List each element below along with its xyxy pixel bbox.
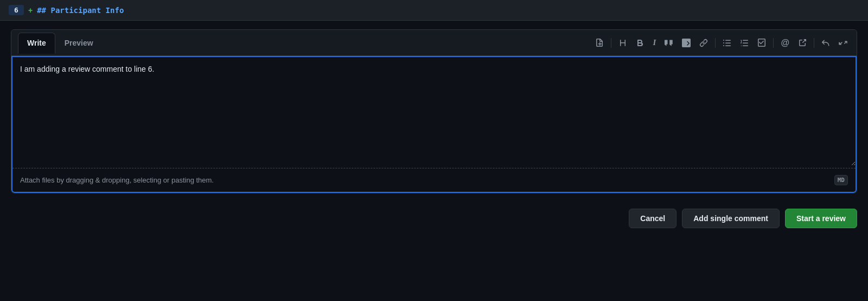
diff-plus-symbol: + xyxy=(28,6,33,15)
editor-toolbar: I xyxy=(592,36,850,49)
cancel-button[interactable]: Cancel xyxy=(629,209,676,228)
comment-box: Write Preview xyxy=(11,29,857,193)
reference-button[interactable] xyxy=(795,36,809,49)
italic-button[interactable]: I xyxy=(650,36,659,49)
toolbar-divider-1 xyxy=(611,38,611,48)
mention-button[interactable]: @ xyxy=(778,36,792,49)
code-button[interactable] xyxy=(679,36,693,49)
toolbar-divider-3 xyxy=(773,38,774,48)
fullscreen-button[interactable] xyxy=(836,36,850,49)
insert-file-button[interactable] xyxy=(592,36,607,49)
tab-toolbar-bar: Write Preview xyxy=(11,30,857,56)
add-single-comment-button[interactable]: Add single comment xyxy=(682,209,780,228)
diff-heading-text: ## Participant Info xyxy=(37,6,124,15)
editor-area: I am adding a review comment to line 6. … xyxy=(11,56,857,193)
ordered-list-button[interactable] xyxy=(737,36,751,49)
toolbar-divider-2 xyxy=(715,38,716,48)
tab-preview[interactable]: Preview xyxy=(55,33,103,53)
unordered-list-button[interactable] xyxy=(720,36,734,49)
blockquote-button[interactable] xyxy=(662,36,676,49)
markdown-badge: MD xyxy=(834,175,848,185)
editor-container: I am adding a review comment to line 6. xyxy=(12,57,856,168)
comment-textarea[interactable]: I am adding a review comment to line 6. xyxy=(12,57,856,166)
dropzone-label: Attach files by dragging & dropping, sel… xyxy=(20,176,214,184)
actions-row: Cancel Add single comment Start a review xyxy=(0,202,868,237)
bold-button[interactable] xyxy=(633,36,647,49)
tasklist-button[interactable] xyxy=(755,36,769,49)
tabs-group: Write Preview xyxy=(18,33,103,53)
line-number: 6 xyxy=(9,5,24,15)
tab-write[interactable]: Write xyxy=(18,33,55,54)
diff-header: 6 + ## Participant Info xyxy=(0,0,868,21)
dropzone-bar[interactable]: Attach files by dragging & dropping, sel… xyxy=(12,168,856,192)
link-button[interactable] xyxy=(697,36,711,49)
start-review-button[interactable]: Start a review xyxy=(785,209,857,228)
heading-button[interactable] xyxy=(616,36,630,49)
toolbar-divider-4 xyxy=(814,38,814,48)
undo-button[interactable] xyxy=(819,36,833,49)
